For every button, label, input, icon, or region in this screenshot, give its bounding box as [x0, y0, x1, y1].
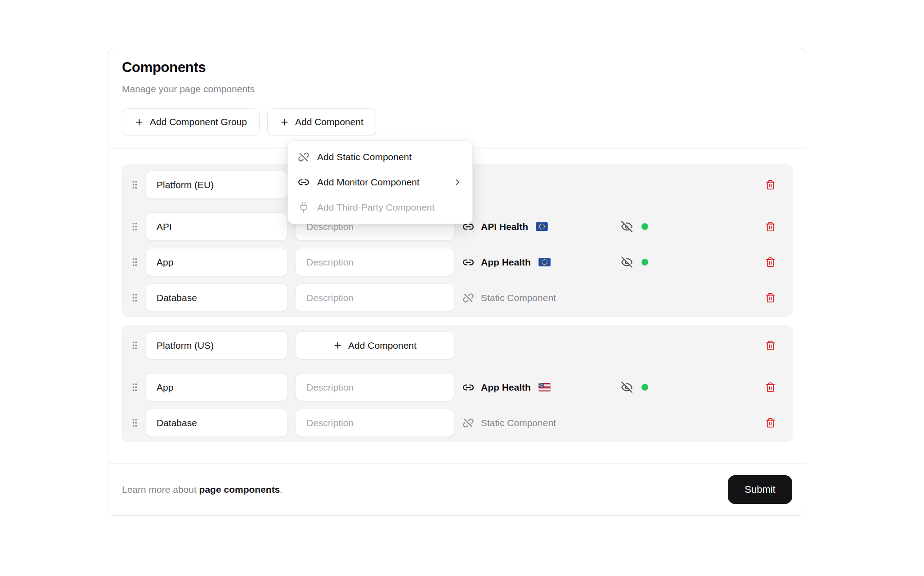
component-type-cell: App Health: [462, 256, 621, 268]
status-dot: [641, 259, 648, 266]
visibility-cell: [621, 220, 648, 233]
monitor-label: App Health: [481, 382, 531, 393]
drag-handle-icon[interactable]: [129, 340, 140, 351]
component-description-input[interactable]: [295, 373, 454, 401]
component-group: Add ComponentApp HealthStatic Component: [121, 325, 793, 442]
menu-item-add-third-party-component: Add Third-Party Component: [292, 195, 469, 220]
page-subtitle: Manage your page components: [122, 83, 792, 94]
component-row: App Health: [129, 373, 785, 401]
monitor-label: API Health: [481, 221, 528, 232]
link-icon: [462, 256, 474, 268]
trash-icon: [765, 221, 776, 232]
menu-item-add-static-component[interactable]: Add Static Component: [292, 144, 469, 170]
add-component-button[interactable]: Add Component: [267, 108, 376, 135]
learn-more-text: Learn more about page components.: [122, 484, 283, 495]
component-row: Static Component: [129, 284, 785, 312]
component-type-cell: App Health: [462, 382, 621, 393]
group-name-input[interactable]: [145, 331, 288, 360]
trash-icon: [765, 292, 776, 303]
component-type-cell: API Health: [462, 221, 621, 233]
component-row: App Health: [129, 248, 785, 276]
plus-icon: [280, 117, 289, 127]
eye-off-icon[interactable]: [621, 381, 633, 393]
status-dot: [641, 223, 648, 230]
component-description-input[interactable]: [295, 284, 454, 312]
group-name-input[interactable]: [145, 171, 288, 199]
component-name-input[interactable]: [145, 409, 288, 437]
group-add-component-label: Add Component: [348, 340, 417, 351]
add-component-group-button[interactable]: Add Component Group: [122, 108, 260, 135]
unlink-icon: [462, 417, 474, 429]
unlink-icon: [298, 151, 309, 163]
add-component-group-label: Add Component Group: [150, 117, 247, 127]
trash-icon: [765, 382, 776, 392]
link-icon: [462, 382, 474, 393]
component-description-input[interactable]: [295, 409, 454, 437]
trash-icon: [765, 418, 776, 428]
component-type-cell: Static Component: [462, 417, 621, 429]
learn-more-suffix: .: [280, 484, 283, 495]
delete-component-button[interactable]: [765, 292, 776, 303]
delete-component-button[interactable]: [765, 418, 776, 428]
delete-group-button[interactable]: [765, 340, 776, 351]
card-header: Components Manage your page components A…: [108, 48, 806, 149]
visibility-cell: [621, 381, 648, 393]
drag-handle-icon[interactable]: [129, 418, 140, 428]
drag-handle-icon[interactable]: [129, 257, 140, 267]
page: Components Manage your page components A…: [0, 0, 924, 576]
us-flag: [538, 383, 551, 392]
group-add-component-button[interactable]: Add Component: [295, 331, 454, 360]
page-components-link[interactable]: page components: [199, 484, 280, 495]
trash-icon: [765, 257, 776, 267]
link-icon: [298, 176, 309, 188]
component-name-input[interactable]: [145, 212, 288, 241]
drag-handle-icon[interactable]: [129, 292, 140, 303]
unlink-icon: [462, 292, 474, 304]
visibility-cell: [621, 256, 648, 268]
component-type-cell: Static Component: [462, 292, 621, 304]
plug-icon: [298, 202, 309, 213]
components-card: Components Manage your page components A…: [108, 48, 806, 516]
static-component-label: Static Component: [481, 292, 556, 303]
drag-handle-icon[interactable]: [129, 221, 140, 232]
monitor-label: App Health: [481, 257, 531, 268]
delete-component-button[interactable]: [765, 382, 776, 392]
plus-icon: [333, 341, 342, 350]
eu-flag: [536, 222, 548, 231]
drag-handle-icon[interactable]: [129, 180, 140, 190]
trash-icon: [765, 180, 776, 190]
component-row: Static Component: [129, 409, 785, 437]
status-dot: [641, 384, 648, 391]
delete-component-button[interactable]: [765, 257, 776, 267]
card-footer: Learn more about page components. Submit: [108, 463, 806, 515]
component-name-input[interactable]: [145, 373, 288, 401]
menu-item-add-monitor-component[interactable]: Add Monitor Component: [292, 170, 469, 195]
eye-off-icon[interactable]: [621, 256, 633, 268]
component-description-input[interactable]: [295, 248, 454, 276]
chevron-right-icon: [453, 177, 462, 187]
static-component-label: Static Component: [481, 418, 556, 428]
plus-icon: [135, 117, 144, 127]
menu-item-label: Add Third-Party Component: [317, 202, 435, 213]
eu-flag: [538, 258, 551, 266]
drag-handle-icon[interactable]: [129, 382, 140, 392]
page-title: Components: [122, 60, 792, 75]
submit-button[interactable]: Submit: [728, 475, 792, 504]
component-name-input[interactable]: [145, 284, 288, 312]
header-actions: Add Component Group Add Component: [122, 108, 792, 135]
component-name-input[interactable]: [145, 248, 288, 276]
group-header-row: Add Component: [129, 331, 785, 360]
add-component-label: Add Component: [295, 117, 363, 127]
menu-item-label: Add Monitor Component: [317, 177, 420, 188]
trash-icon: [765, 340, 776, 351]
learn-more-prefix: Learn more about: [122, 484, 199, 495]
delete-component-button[interactable]: [765, 221, 776, 232]
add-component-menu: Add Static ComponentAdd Monitor Componen…: [287, 140, 473, 224]
eye-off-icon[interactable]: [621, 220, 633, 233]
menu-item-label: Add Static Component: [317, 152, 412, 162]
delete-group-button[interactable]: [765, 180, 776, 190]
